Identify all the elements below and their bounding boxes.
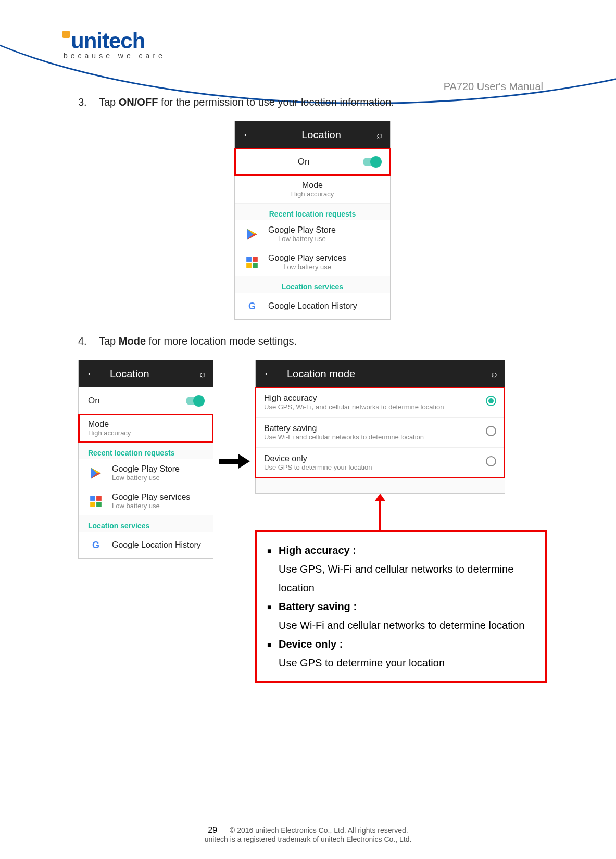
shot2-header: ← Location ⌕ bbox=[79, 360, 213, 387]
mode-value: High accuracy bbox=[88, 429, 204, 437]
play-services-icon bbox=[88, 494, 104, 509]
back-icon[interactable]: ← bbox=[86, 367, 97, 381]
search-icon[interactable]: ⌕ bbox=[376, 129, 383, 141]
svg-rect-12 bbox=[90, 496, 95, 501]
back-icon[interactable]: ← bbox=[263, 367, 274, 381]
mode-descriptions-box: ■ High accuracy : Use GPS, Wi-Fi and cel… bbox=[255, 530, 547, 683]
app-name: Google Play Store bbox=[268, 225, 336, 235]
step-3-post: for the permission to use your location … bbox=[158, 96, 394, 108]
connector-arrow-icon bbox=[375, 494, 385, 501]
desc-title: High accuracy : bbox=[279, 545, 356, 556]
bullet-icon: ■ bbox=[267, 635, 279, 672]
app-name: Google Play services bbox=[112, 492, 190, 502]
google-g-icon: G bbox=[88, 537, 104, 553]
step-4-post: for more location mode settings. bbox=[146, 335, 297, 347]
opt-sub: Use Wi-Fi and cellular networks to deter… bbox=[264, 433, 481, 441]
mode-title: Mode bbox=[88, 420, 204, 429]
content-area: 3. Tap ON/OFF for the permission to use … bbox=[78, 96, 547, 683]
svg-rect-4 bbox=[246, 257, 252, 262]
bullet-icon: ■ bbox=[267, 541, 279, 597]
desc-body: Use GPS, Wi-Fi and cellular networks to … bbox=[279, 563, 513, 593]
app-name: Google Play Store bbox=[112, 464, 180, 474]
history-label: Google Location History bbox=[268, 301, 357, 311]
app-play-services[interactable]: Google Play services Low battery use bbox=[79, 487, 213, 515]
section-recent: Recent location requests bbox=[79, 443, 213, 459]
arrow-right-icon bbox=[219, 453, 250, 469]
play-services-icon bbox=[244, 255, 260, 270]
section-services: Location services bbox=[235, 276, 390, 293]
location-history-row[interactable]: G Google Location History bbox=[235, 293, 390, 319]
desc-title: Battery saving : bbox=[279, 601, 357, 612]
mode-row[interactable]: Mode High accuracy bbox=[235, 175, 390, 204]
app-sub: Low battery use bbox=[112, 474, 180, 482]
search-icon[interactable]: ⌕ bbox=[199, 368, 206, 380]
opt-sub: Use GPS, Wi-Fi, and cellular networks to… bbox=[264, 403, 481, 411]
google-g-icon: G bbox=[244, 298, 260, 314]
manual-title: PA720 User's Manual bbox=[444, 81, 543, 93]
shot1-title: Location bbox=[266, 129, 376, 141]
connector bbox=[255, 494, 505, 532]
desc-body: Use GPS to determine your location bbox=[279, 657, 445, 668]
step-4-bold: Mode bbox=[119, 335, 146, 347]
screenshot-location-mode-list: ← Location mode ⌕ High accuracy Use GPS,… bbox=[255, 360, 505, 494]
logo-dot-icon bbox=[62, 31, 70, 38]
app-play-store[interactable]: Google Play Store Low battery use bbox=[235, 220, 390, 248]
logo-word: unitech bbox=[71, 29, 145, 54]
step-4-number: 4. bbox=[78, 335, 99, 347]
svg-rect-16 bbox=[219, 459, 238, 464]
mode-title: Mode bbox=[244, 181, 381, 190]
desc-device-only: ■ Device only : Use GPS to determine you… bbox=[267, 635, 535, 672]
opt-name: Device only bbox=[264, 454, 481, 463]
opt-name: High accuracy bbox=[264, 394, 481, 403]
logo-tagline: because we care bbox=[64, 52, 166, 60]
mode-row[interactable]: Mode High accuracy bbox=[79, 414, 213, 443]
toggle-switch-icon[interactable] bbox=[186, 397, 204, 405]
mode-option-battery-saving[interactable]: Battery saving Use Wi-Fi and cellular ne… bbox=[256, 418, 505, 448]
radio-selected-icon[interactable] bbox=[486, 396, 496, 406]
location-toggle-row[interactable]: On bbox=[235, 148, 390, 175]
desc-battery-saving: ■ Battery saving : Use Wi-Fi and cellula… bbox=[267, 597, 535, 635]
history-label: Google Location History bbox=[112, 540, 201, 550]
radio-icon[interactable] bbox=[486, 426, 496, 436]
step-3: 3. Tap ON/OFF for the permission to use … bbox=[78, 96, 547, 108]
desc-title: Device only : bbox=[279, 638, 343, 650]
location-toggle-row[interactable]: On bbox=[79, 387, 213, 414]
step-4: 4. Tap Mode for more location mode setti… bbox=[78, 335, 547, 347]
desc-body: Use Wi-Fi and cellular networks to deter… bbox=[279, 620, 524, 631]
step-3-number: 3. bbox=[78, 96, 99, 108]
toggle-switch-icon[interactable] bbox=[363, 158, 381, 166]
mode-option-device-only[interactable]: Device only Use GPS to determine your lo… bbox=[256, 448, 505, 477]
page-number: 29 bbox=[208, 826, 217, 835]
app-play-store[interactable]: Google Play Store Low battery use bbox=[79, 459, 213, 487]
step-3-bold: ON/OFF bbox=[119, 96, 158, 108]
location-history-row[interactable]: G Google Location History bbox=[79, 532, 213, 558]
toggle-label: On bbox=[244, 157, 363, 167]
copyright-line2: unitech is a registered trademark of uni… bbox=[205, 835, 412, 843]
search-icon[interactable]: ⌕ bbox=[491, 368, 497, 380]
svg-marker-17 bbox=[238, 454, 250, 469]
svg-marker-1 bbox=[247, 229, 253, 240]
svg-rect-13 bbox=[96, 496, 102, 501]
logo-text: unitech bbox=[62, 29, 166, 54]
app-play-services[interactable]: Google Play services Low battery use bbox=[235, 248, 390, 276]
step-3-text: Tap ON/OFF for the permission to use you… bbox=[99, 96, 547, 108]
connector-line bbox=[379, 501, 381, 532]
svg-rect-7 bbox=[253, 263, 258, 268]
right-column: ← Location mode ⌕ High accuracy Use GPS,… bbox=[255, 360, 547, 683]
logo: unitech because we care bbox=[62, 29, 166, 60]
toggle-label: On bbox=[88, 396, 186, 406]
bullet-icon: ■ bbox=[267, 597, 279, 635]
mode-value: High accuracy bbox=[244, 190, 381, 198]
app-sub: Low battery use bbox=[268, 263, 346, 271]
desc-high-accuracy: ■ High accuracy : Use GPS, Wi-Fi and cel… bbox=[267, 541, 535, 597]
svg-rect-14 bbox=[90, 502, 95, 507]
back-icon[interactable]: ← bbox=[242, 128, 254, 142]
mode-option-high-accuracy[interactable]: High accuracy Use GPS, Wi-Fi, and cellul… bbox=[256, 387, 505, 418]
svg-rect-15 bbox=[96, 502, 102, 507]
shot2-title: Location bbox=[110, 368, 199, 380]
screenshot-location-mode-tap: ← Location ⌕ On Mode High accuracy Recen… bbox=[78, 360, 213, 559]
radio-icon[interactable] bbox=[486, 456, 496, 466]
app-sub: Low battery use bbox=[268, 235, 336, 243]
play-store-icon bbox=[244, 226, 260, 242]
app-sub: Low battery use bbox=[112, 502, 190, 510]
